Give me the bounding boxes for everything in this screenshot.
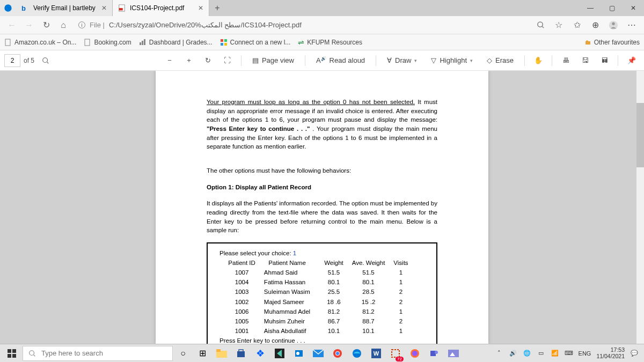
word-icon[interactable]: W: [367, 345, 385, 361]
table-row: 1002Majed Sameer18 .615 .22: [228, 298, 415, 306]
draw-button[interactable]: ∀ Draw ▾: [382, 53, 422, 69]
store-icon[interactable]: [232, 345, 250, 361]
edge-logo[interactable]: [0, 0, 16, 16]
svg-rect-14: [221, 43, 223, 46]
highlight-icon: ▽: [431, 56, 436, 64]
globe-icon[interactable]: 🌐: [523, 349, 531, 358]
doc-p1c: "Press Enter key to continue . . .": [207, 125, 310, 132]
cortana-icon[interactable]: ○: [174, 345, 192, 361]
profile-icon[interactable]: [605, 17, 621, 33]
bartleby-icon: b: [21, 4, 29, 12]
menu-icon[interactable]: ⋯: [624, 17, 640, 33]
close-icon[interactable]: ✕: [198, 4, 203, 12]
read-aloud-button[interactable]: A🔊 Read aloud: [311, 53, 370, 69]
home-button[interactable]: ⌂: [56, 18, 71, 33]
table-header-row: Patient ID Patient Name Weight Ave. Weig…: [228, 258, 415, 267]
svg-line-23: [34, 354, 35, 356]
th: Ave. Weight: [352, 258, 393, 267]
bookmark-booking[interactable]: Booking.com: [84, 39, 131, 46]
fit-icon[interactable]: ⛶: [219, 53, 236, 69]
wifi-icon[interactable]: 📶: [551, 349, 559, 358]
close-button[interactable]: ✕: [623, 0, 644, 16]
taskbar: Type here to search ○ ⊞ ❖ W 72 ˄ 🔊 🌐 ▭ 📶…: [0, 344, 644, 362]
teams-icon[interactable]: [425, 345, 443, 361]
search-icon[interactable]: [532, 17, 548, 33]
chrome-icon[interactable]: [328, 345, 347, 361]
scrollbar[interactable]: [636, 71, 644, 344]
forward-button[interactable]: →: [21, 18, 36, 33]
doc-p3a: Option 1:: [207, 184, 236, 190]
highlight-button[interactable]: ▽ Highlight ▾: [426, 53, 478, 69]
snip-icon[interactable]: 72: [386, 345, 405, 361]
lang-indicator[interactable]: ENG: [579, 350, 591, 357]
firefox-icon[interactable]: [406, 345, 424, 361]
hand-icon[interactable]: ✋: [530, 53, 546, 69]
outlook-icon[interactable]: [290, 345, 308, 361]
close-icon[interactable]: ✕: [101, 4, 107, 12]
edge-icon[interactable]: [348, 345, 366, 361]
bookmarks-bar: Amazon.co.uk – On... Booking.com Dashboa…: [0, 34, 644, 50]
other-favourites[interactable]: 🖿 Other favourites: [585, 39, 640, 46]
minimize-button[interactable]: ―: [580, 0, 601, 16]
vscode-icon[interactable]: [270, 345, 289, 361]
svg-rect-9: [140, 42, 141, 45]
scroll-thumb[interactable]: [636, 103, 644, 167]
bars-icon: [139, 39, 147, 46]
doc-p2: The other options must have the followin…: [207, 166, 437, 175]
pin-icon[interactable]: 📌: [624, 53, 640, 69]
zoom-out-icon[interactable]: −: [162, 53, 178, 69]
new-tab-button[interactable]: +: [209, 3, 225, 13]
explorer-icon[interactable]: [213, 345, 231, 361]
window-controls: ― ▢ ✕: [580, 0, 644, 16]
svg-point-6: [612, 22, 614, 25]
bookmark-amazon[interactable]: Amazon.co.uk – On...: [4, 39, 76, 46]
addressbar: ← → ↻ ⌂ i File | C:/Users/zyzal/OneDrive…: [0, 16, 644, 34]
sample-box: Please select your choice: 1 Patient ID …: [207, 242, 437, 344]
collections-icon[interactable]: ⊕: [587, 17, 603, 33]
sample-top: Please select your choice:: [219, 250, 293, 256]
favorite-icon[interactable]: ☆: [551, 17, 567, 33]
refresh-button[interactable]: ↻: [39, 18, 54, 33]
photos-icon[interactable]: [444, 345, 463, 361]
page-input[interactable]: [4, 54, 20, 67]
save-icon[interactable]: 🖫: [577, 53, 593, 69]
tab-pdf[interactable]: ICS104-Project.pdf ✕: [113, 0, 209, 16]
search-box[interactable]: Type here to search: [23, 346, 173, 361]
rotate-icon[interactable]: ↻: [200, 53, 216, 69]
back-button[interactable]: ←: [4, 18, 19, 33]
highlight-label: Highlight: [440, 56, 467, 64]
pdf-search-icon[interactable]: [38, 53, 54, 69]
clock[interactable]: 17:53 11/04/2021: [596, 347, 625, 359]
chevron-down-icon: ▾: [414, 58, 417, 63]
mail-icon[interactable]: [309, 345, 327, 361]
erase-button[interactable]: ◇ Erase: [481, 53, 519, 69]
page-view-button[interactable]: ▤ Page view: [247, 53, 299, 69]
bookmark-dashboard[interactable]: Dashboard | Grades...: [139, 39, 213, 46]
dropbox-icon[interactable]: ❖: [251, 345, 269, 361]
start-button[interactable]: [2, 345, 21, 361]
svg-point-42: [435, 351, 438, 354]
volume-icon[interactable]: 🔊: [509, 349, 517, 358]
svg-rect-12: [221, 39, 223, 42]
folder-icon: 🖿: [585, 39, 591, 46]
sample-table: Patient ID Patient Name Weight Ave. Weig…: [227, 257, 416, 336]
taskview-icon[interactable]: ⊞: [193, 345, 211, 361]
titlebar-left: b Verify Email | bartleby ✕ ICS104-Proje…: [0, 0, 225, 16]
maximize-button[interactable]: ▢: [601, 0, 623, 16]
zoom-in-icon[interactable]: +: [181, 53, 197, 69]
save-as-icon[interactable]: 🖬: [596, 53, 612, 69]
favorites-add-icon[interactable]: ✩: [569, 17, 585, 33]
bookmark-kfupm[interactable]: ⇌ KFUPM Resources: [298, 38, 362, 47]
chevron-up-icon[interactable]: ˄: [495, 349, 503, 358]
bookmark-connect[interactable]: Connect on a new l...: [220, 39, 291, 46]
tab-bartleby[interactable]: b Verify Email | bartleby ✕: [16, 0, 113, 16]
notifications-icon[interactable]: 💬: [630, 349, 639, 358]
keyboard-icon[interactable]: ⌨: [565, 349, 573, 358]
table-row: 1004Fatima Hassan80.180.11: [228, 278, 415, 286]
kfupm-icon: ⇌: [298, 38, 304, 47]
print-icon[interactable]: 🖶: [558, 53, 574, 69]
url-field[interactable]: i File | C:/Users/zyzal/OneDrive/سطح الم…: [73, 21, 530, 29]
svg-rect-15: [224, 43, 227, 46]
battery-icon[interactable]: ▭: [537, 349, 545, 358]
date: 11/04/2021: [596, 353, 625, 360]
